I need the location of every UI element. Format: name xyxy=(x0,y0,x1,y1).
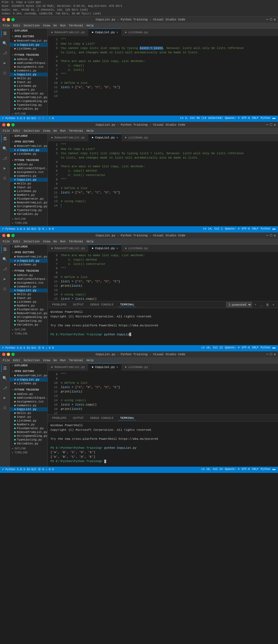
outline-3[interactable]: ▸ OUTLINE xyxy=(10,328,48,332)
open-editor-list-4[interactable]: ListDemo.py xyxy=(10,382,48,385)
f-addtion-3[interactable]: AddtionWithInput.py xyxy=(10,277,48,281)
menu-terminal-2[interactable]: Terminal xyxy=(67,129,85,133)
run-4[interactable]: ▶▶ xyxy=(273,468,276,471)
tab-remove-4[interactable]: ● RemoveFromList.py xyxy=(48,363,89,371)
file-addtionwithinput-1[interactable]: AddtionWithInput.py xyxy=(10,61,48,65)
menu-view-3[interactable]: View xyxy=(41,239,52,244)
tb-close-1[interactable] xyxy=(2,18,5,21)
explorer-icon-2[interactable]: ☶ xyxy=(1,135,9,143)
tab-list-3[interactable]: ● ListDemo.py xyxy=(122,244,151,252)
timeline-4[interactable]: ▸ TIMELINE xyxy=(10,451,48,455)
file-removefromlist-1[interactable]: RemoveFromList.py xyxy=(10,95,48,99)
menu-go-4[interactable]: Go xyxy=(52,358,59,363)
open-editor-copylist-1[interactable]: ✕ CopyList.py xyxy=(10,43,48,47)
minimize-btn-1[interactable]: ─ xyxy=(266,17,268,22)
file-addion-2[interactable]: Addion.py xyxy=(10,163,48,166)
terminal-problems-4[interactable]: PROBLEMS xyxy=(50,416,69,420)
file-addion-1[interactable]: Addion.py xyxy=(10,57,48,61)
menu-run-4[interactable]: Run xyxy=(59,358,67,363)
code-editor-1[interactable]: ● RemoveFromList.py ● CopyList.py ✕ ● Li… xyxy=(48,29,278,116)
code-editor-2[interactable]: ● RemoveFromList.py ● CopyList.py ✕ ● Li… xyxy=(48,134,278,226)
encoding-2[interactable]: UTF-8 xyxy=(242,227,250,231)
run-3[interactable]: ▶▶ xyxy=(273,346,276,349)
file-assignments-1[interactable]: Assignments.txt xyxy=(10,65,48,69)
menu-view-1[interactable]: View xyxy=(41,23,52,28)
f4-input[interactable]: Input.py xyxy=(10,415,48,419)
terminal-problems-3[interactable]: PROBLEMS xyxy=(50,302,69,307)
extensions-icon-2[interactable]: ◫ xyxy=(1,174,9,182)
f-copylist-3[interactable]: CopyList.py xyxy=(10,289,48,292)
explorer-header-4[interactable]: ▾ EXPLORER xyxy=(10,363,48,368)
run-1[interactable]: ▶▶ xyxy=(273,117,276,120)
tb-min-1[interactable] xyxy=(7,18,10,21)
code-content-2[interactable]: 1""" 2How to copy a List? 3You cannot co… xyxy=(48,141,278,226)
debug-icon-4[interactable]: ▶ xyxy=(1,394,9,401)
editor-main-3[interactable]: ● RemoveFromList.py ● CopyList.py ✕ ● Li… xyxy=(48,244,278,345)
maximize-btn-2[interactable]: □ xyxy=(270,123,272,127)
f4-addion[interactable]: Addion.py xyxy=(10,392,48,396)
f-type-3[interactable]: TypeCasting.py xyxy=(10,319,48,323)
f4-listdemo[interactable]: ListDemo.py xyxy=(10,419,48,423)
tab-remove-2[interactable]: ● RemoveFromList.py xyxy=(48,134,89,141)
explorer-header-1[interactable]: ▾ EXPLORER xyxy=(10,29,48,33)
scm-icon-2[interactable]: ⎇ xyxy=(1,154,9,162)
f4-numbers[interactable]: Numbers.py xyxy=(10,423,48,426)
f4-string[interactable]: StringHandling.py xyxy=(10,434,48,438)
file-listdemo-1[interactable]: ListDemo.py xyxy=(10,84,48,88)
menu-help-2[interactable]: Help xyxy=(85,129,95,133)
tab-copylist-1[interactable]: ● CopyList.py ✕ xyxy=(89,29,122,36)
file-variables-1[interactable]: Variables.py xyxy=(10,107,48,111)
warnings-1[interactable]: ⚠ 0 xyxy=(46,117,50,120)
f4-plus[interactable]: PlusOperator.py xyxy=(10,426,48,430)
trash-terminal-3[interactable]: 🗑 xyxy=(265,302,270,307)
terminal-content-3[interactable]: Windows PowerShell Copyright (C) Microso… xyxy=(48,308,278,338)
maximize-btn-1[interactable]: □ xyxy=(270,17,272,22)
menu-file-1[interactable]: File xyxy=(1,23,11,28)
shell-selector-3[interactable]: 1: powershell xyxy=(226,302,252,307)
file-string-2[interactable]: StringHandling.py xyxy=(10,205,48,208)
terminal-terminal-4[interactable]: TERMINAL xyxy=(118,416,137,420)
file-plus-2[interactable]: PlusOperator.py xyxy=(10,197,48,201)
close-btn-1[interactable]: ✕ xyxy=(274,17,276,22)
run-2[interactable]: ▶▶ xyxy=(273,227,276,231)
open-editor-copy-3[interactable]: ✕ CopyList.py xyxy=(10,259,48,263)
menu-selection-3[interactable]: Selection xyxy=(22,239,41,244)
minimize-btn-4[interactable]: ─ xyxy=(266,352,268,357)
f-hello-3[interactable]: Hello.py xyxy=(10,292,48,296)
tab-removefromlist-1[interactable]: ● RemoveFromList.py xyxy=(48,29,89,36)
scm-icon-4[interactable]: ⎇ xyxy=(1,384,9,392)
open-editor-remove-4[interactable]: RemoveFromList.py xyxy=(10,374,48,377)
f4-comments[interactable]: Comments.py xyxy=(10,404,48,407)
f4-assign[interactable]: Assignments.txt xyxy=(10,400,48,404)
maximize-btn-3[interactable]: □ xyxy=(270,233,272,238)
tab-list-4[interactable]: ● ListDemo.py xyxy=(122,363,151,371)
outline-header-2[interactable]: ▸ OUTLINE xyxy=(10,217,48,221)
f4-type[interactable]: TypeCasting.py xyxy=(10,438,48,442)
tab-listdemo-1[interactable]: ● ListDemo.py xyxy=(122,29,151,36)
f4-remove[interactable]: RemoveFromList.py xyxy=(10,430,48,434)
menu-file-4[interactable]: File xyxy=(1,358,11,363)
explorer-icon-3[interactable]: ☶ xyxy=(1,246,9,253)
encoding-4[interactable]: UTF-8 xyxy=(242,468,250,471)
lang-3[interactable]: Python xyxy=(261,346,270,349)
python-ver-3[interactable]: ☍ Python 3.8.3 32-bit xyxy=(2,346,36,349)
split-terminal-3[interactable]: ⎯ xyxy=(259,302,264,307)
terminal-terminal-3[interactable]: TERMINAL xyxy=(118,302,137,307)
close-btn-3[interactable]: ✕ xyxy=(274,233,276,238)
scm-icon-1[interactable]: ⎇ xyxy=(1,49,9,57)
search-icon-2[interactable]: 🔍 xyxy=(1,145,9,152)
f-assign-3[interactable]: Assignments.txt xyxy=(10,281,48,285)
open-editors-header-2[interactable]: ▾ OPEN EDITORS xyxy=(10,140,48,144)
open-editor-removefromlist-1[interactable]: RemoveFromList.py xyxy=(10,39,48,43)
eol-4[interactable]: CRLF xyxy=(252,468,258,471)
f-vars-3[interactable]: Variables.py xyxy=(10,323,48,327)
menu-selection-2[interactable]: Selection xyxy=(22,129,41,133)
encoding-3[interactable]: UTF-8 xyxy=(242,346,250,349)
code-content-1[interactable]: 1""" 2How to copy a List? 3You cannot co… xyxy=(48,36,278,116)
f-addion-3[interactable]: Addion.py xyxy=(10,273,48,277)
open-editors-header-1[interactable]: ▾ OPEN EDITORS xyxy=(10,34,48,39)
explorer-header-2[interactable]: ▾ EXPLORER xyxy=(10,134,48,138)
terminal-output-3[interactable]: OUTPUT xyxy=(71,302,86,307)
menu-edit-1[interactable]: Edit xyxy=(11,23,22,28)
file-plusoperator-1[interactable]: PlusOperator.py xyxy=(10,92,48,95)
